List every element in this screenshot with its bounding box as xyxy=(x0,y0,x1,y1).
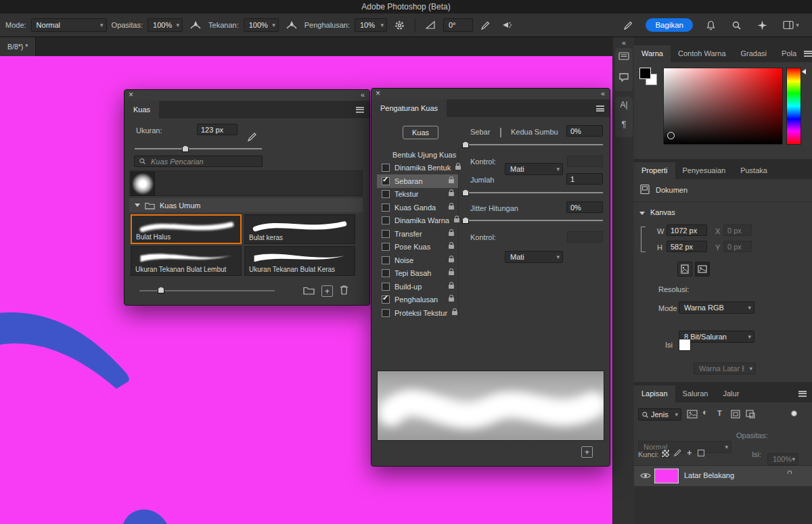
brush-setting-row[interactable]: ✓ Tekstur xyxy=(377,188,458,201)
character-panel-icon[interactable]: A| xyxy=(613,100,635,110)
pressure-size-icon[interactable] xyxy=(284,18,300,32)
lock-icon[interactable] xyxy=(452,311,457,315)
brush-setting-row[interactable]: ✓ Kuas Ganda xyxy=(377,201,458,214)
lock-icon[interactable] xyxy=(449,271,454,275)
color-panel-menu-icon[interactable] xyxy=(804,45,812,62)
tab-saluran[interactable]: Saluran xyxy=(675,385,716,402)
brush-size-field[interactable] xyxy=(197,124,238,135)
lock-icon[interactable] xyxy=(449,232,454,236)
layer-filter-type-dropdown[interactable]: Jenis ▾ xyxy=(638,408,681,421)
lock-icon[interactable] xyxy=(449,285,454,289)
smoothing-dropdown[interactable]: 10% ▾ xyxy=(355,18,387,32)
control1-value-field[interactable] xyxy=(567,156,603,167)
canvas-section-chevron-icon[interactable] xyxy=(639,212,645,215)
both-axes-checkbox[interactable]: ✓ xyxy=(500,128,501,137)
pen-pressure-icon[interactable] xyxy=(478,18,494,32)
brush-settings-shortcut-icon[interactable] xyxy=(244,129,261,144)
collapse-icon[interactable]: « xyxy=(601,89,605,99)
paragraph-panel-icon[interactable]: ¶ xyxy=(613,119,635,129)
brushes-shortcut-button[interactable]: Kuas xyxy=(403,126,438,139)
lock-icon[interactable] xyxy=(454,218,459,222)
checkbox[interactable]: ✓ xyxy=(382,283,390,291)
brush-angle-field[interactable]: 0° xyxy=(443,18,473,32)
count-slider-thumb[interactable] xyxy=(462,189,469,196)
scatter-slider-thumb[interactable] xyxy=(462,141,469,148)
checkbox[interactable]: ✓ xyxy=(382,216,390,224)
constrain-link-icon[interactable] xyxy=(641,227,646,252)
brush-setting-row[interactable]: ✓ Pose Kuas xyxy=(377,241,458,254)
lock-icon[interactable] xyxy=(449,245,454,249)
lock-icon[interactable] xyxy=(449,297,454,302)
history-panel-icon[interactable] xyxy=(613,52,635,62)
collapse-dock-icon[interactable]: « xyxy=(613,39,635,47)
lock-transparency-icon[interactable] xyxy=(661,449,670,458)
lock-paint-icon[interactable] xyxy=(673,448,682,458)
tab-properti[interactable]: Properti xyxy=(634,162,675,179)
scatter-slider[interactable] xyxy=(465,144,603,145)
foreground-color-swatch[interactable] xyxy=(639,68,651,79)
brush-size-slider[interactable] xyxy=(135,148,262,149)
brush-search-box[interactable] xyxy=(134,156,263,167)
control1-dropdown[interactable]: Mati ▾ xyxy=(505,163,563,175)
document-tab[interactable]: B/8*) * xyxy=(0,37,36,56)
x-field[interactable] xyxy=(723,224,752,236)
tab-warna[interactable]: Warna xyxy=(634,45,671,62)
layer-visibility-eye-icon[interactable] xyxy=(640,472,651,481)
width-field[interactable] xyxy=(667,224,707,236)
checkbox[interactable]: ✓ xyxy=(382,164,390,172)
brush-setting-row[interactable]: ✓ Build-up xyxy=(377,280,458,293)
tab-lapisan[interactable]: Lapisan xyxy=(634,385,675,402)
count-value-field[interactable] xyxy=(566,173,603,185)
brush-setting-row[interactable]: Bentuk Ujung Kuas xyxy=(377,148,458,162)
lock-icon[interactable] xyxy=(455,166,461,170)
airbrush-icon[interactable] xyxy=(499,18,515,32)
brush-tile[interactable]: Bulat keras xyxy=(244,214,355,244)
brush-setting-row[interactable]: ✓ Dinamika Warna xyxy=(377,214,458,228)
brush-setting-row[interactable]: ✓ Proteksi Tekstur xyxy=(377,306,458,320)
checkbox[interactable]: ✓ xyxy=(382,190,390,198)
checkbox[interactable]: ✓ xyxy=(382,230,390,238)
search-icon[interactable] xyxy=(728,18,744,32)
fill-color-swatch[interactable] xyxy=(679,339,691,351)
hue-slider[interactable] xyxy=(786,68,801,145)
lock-position-icon[interactable]: + xyxy=(687,448,692,458)
brush-setting-row[interactable]: ✓ Transfer xyxy=(377,227,458,241)
pressure-opacity-icon[interactable] xyxy=(187,18,204,32)
brush-tile[interactable]: Ukuran Tekanan Bulat Keras xyxy=(244,246,355,276)
tab-pola[interactable]: Pola xyxy=(774,45,804,62)
opacity-dropdown[interactable]: 100% ▾ xyxy=(148,18,183,32)
lock-icon[interactable] xyxy=(449,258,454,262)
pressure-dropdown[interactable]: 100% ▾ xyxy=(244,18,279,32)
collapse-icon[interactable]: « xyxy=(361,90,365,100)
filter-smart-object-icon[interactable] xyxy=(746,410,755,420)
layer-opacity-dropdown[interactable]: 100% ▾ xyxy=(767,453,798,465)
brushes-panel-menu-icon[interactable] xyxy=(356,101,369,118)
tab-gradasi[interactable]: Gradasi xyxy=(734,45,775,62)
saturation-brightness-field[interactable] xyxy=(663,68,783,145)
close-icon[interactable]: × xyxy=(129,90,133,100)
brush-setting-row[interactable]: ✓ Dinamika Bentuk xyxy=(377,162,458,175)
orientation-landscape-button[interactable] xyxy=(695,262,710,277)
workspace-switcher-icon[interactable]: ▾ xyxy=(780,18,803,32)
count-slider[interactable] xyxy=(465,192,603,193)
fill-dropdown[interactable]: Warna Latar Bela... ▾ xyxy=(694,362,756,375)
lock-icon[interactable] xyxy=(449,179,454,183)
filter-adjustment-layer-icon[interactable]: ◐ xyxy=(702,407,708,417)
brush-setting-row[interactable]: ✓ Penghalusan xyxy=(377,293,458,307)
brushes-panel-header[interactable]: × « xyxy=(125,90,369,101)
lock-icon[interactable] xyxy=(449,206,454,210)
height-field[interactable] xyxy=(667,241,707,252)
checkbox[interactable]: ✓ xyxy=(382,204,390,212)
y-field[interactable] xyxy=(723,241,752,252)
notifications-bell-icon[interactable] xyxy=(702,18,719,32)
smoothing-gear-icon[interactable] xyxy=(392,18,408,32)
checkbox[interactable]: ✓ xyxy=(382,295,390,304)
delete-brush-trash-icon[interactable] xyxy=(340,285,348,295)
tab-penyesuaian[interactable]: Penyesuaian xyxy=(675,162,734,179)
selected-brush-thumbnail[interactable] xyxy=(131,172,155,196)
control2-value-field[interactable] xyxy=(567,231,603,243)
layer-row[interactable]: Latar Belakang xyxy=(634,465,812,487)
new-group-folder-icon[interactable] xyxy=(303,286,315,295)
filter-pixel-layer-icon[interactable] xyxy=(687,410,698,420)
checkbox[interactable]: ✓ xyxy=(382,177,390,185)
